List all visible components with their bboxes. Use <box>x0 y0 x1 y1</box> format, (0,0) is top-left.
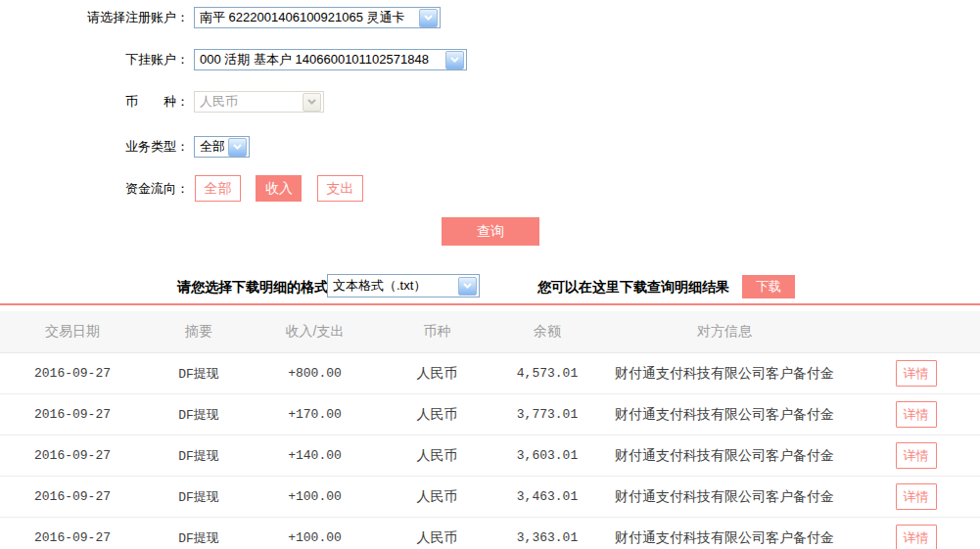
business-type-select[interactable]: 全部 <box>194 136 250 158</box>
header-date: 交易日期 <box>0 311 145 353</box>
cell-balance: 3,363.01 <box>497 518 597 549</box>
cell-counterparty: 财付通支付科技有限公司客户备付金 <box>597 435 852 477</box>
cell-summary: DF提现 <box>145 353 253 394</box>
flow-all-button[interactable]: 全部 <box>195 175 241 202</box>
chevron-down-icon <box>445 51 464 69</box>
cell-summary: DF提现 <box>145 477 253 518</box>
cell-currency: 人民币 <box>377 394 497 435</box>
sub-account-value: 000 活期 基本户 1406600101102571848 <box>200 50 442 69</box>
detail-button[interactable]: 详情 <box>896 525 937 549</box>
header-summary: 摘要 <box>145 311 253 353</box>
query-button[interactable]: 查询 <box>442 217 539 246</box>
cell-amount: +100.00 <box>253 518 377 549</box>
header-amount: 收入/支出 <box>253 311 377 353</box>
fund-flow-label: 资金流向： <box>0 178 189 200</box>
cell-date: 2016-09-27 <box>0 353 145 394</box>
cell-balance: 3,463.01 <box>497 477 597 518</box>
currency-label: 币 种： <box>0 91 189 113</box>
header-counterparty: 对方信息 <box>597 311 852 353</box>
fund-flow-filter: 全部 收入 支出 <box>195 175 374 202</box>
sub-account-label: 下挂账户： <box>0 49 189 70</box>
flow-income-button[interactable]: 收入 <box>256 175 302 202</box>
table-row: 2016-09-27 DF提现 +800.00 人民币 4,573.01 财付通… <box>0 353 980 394</box>
detail-button[interactable]: 详情 <box>896 360 937 387</box>
cell-summary: DF提现 <box>145 518 253 549</box>
chevron-down-icon <box>419 9 438 27</box>
cell-summary: DF提现 <box>145 435 253 477</box>
cell-date: 2016-09-27 <box>0 518 145 549</box>
cell-balance: 4,573.01 <box>497 353 597 394</box>
cell-summary: DF提现 <box>145 394 253 435</box>
register-account-label: 请选择注册账户： <box>0 7 189 28</box>
chevron-down-icon <box>303 93 321 112</box>
cell-amount: +170.00 <box>253 394 377 435</box>
register-account-select[interactable]: 南平 6222001406100921065 灵通卡 <box>194 7 441 28</box>
cell-amount: +100.00 <box>253 477 377 518</box>
business-type-value: 全部 <box>200 137 224 157</box>
cell-balance: 3,773.01 <box>497 394 597 435</box>
download-hint: 您可以在这里下载查询明细结果 <box>537 275 729 298</box>
download-format-select[interactable]: 文本格式（.txt） <box>327 274 480 297</box>
currency-select: 人民币 <box>194 91 324 113</box>
chevron-down-icon <box>228 138 247 157</box>
detail-button[interactable]: 详情 <box>896 401 937 428</box>
cell-currency: 人民币 <box>377 435 497 477</box>
cell-amount: +140.00 <box>253 435 377 477</box>
table-row: 2016-09-27 DF提现 +170.00 人民币 3,773.01 财付通… <box>0 394 980 435</box>
cell-date: 2016-09-27 <box>0 477 145 518</box>
table-row: 2016-09-27 DF提现 +100.00 人民币 3,363.01 财付通… <box>0 518 980 549</box>
cell-date: 2016-09-27 <box>0 435 145 477</box>
transactions-body: 2016-09-27 DF提现 +800.00 人民币 4,573.01 财付通… <box>0 353 980 549</box>
download-format-value: 文本格式（.txt） <box>333 276 454 296</box>
table-row: 2016-09-27 DF提现 +100.00 人民币 3,463.01 财付通… <box>0 477 980 518</box>
cell-counterparty: 财付通支付科技有限公司客户备付金 <box>597 477 852 518</box>
detail-button[interactable]: 详情 <box>896 442 937 469</box>
cell-counterparty: 财付通支付科技有限公司客户备付金 <box>597 518 852 549</box>
cell-balance: 3,603.01 <box>497 435 597 477</box>
cell-currency: 人民币 <box>377 477 497 518</box>
table-header: 交易日期 摘要 收入/支出 币种 余额 对方信息 <box>0 311 980 353</box>
download-button[interactable]: 下载 <box>742 275 795 298</box>
register-account-value: 南平 6222001406100921065 灵通卡 <box>200 8 415 27</box>
cell-counterparty: 财付通支付科技有限公司客户备付金 <box>597 353 852 394</box>
sub-account-select[interactable]: 000 活期 基本户 1406600101102571848 <box>194 49 467 70</box>
table-row: 2016-09-27 DF提现 +140.00 人民币 3,603.01 财付通… <box>0 435 980 477</box>
header-balance: 余额 <box>497 311 597 353</box>
table-top-divider <box>0 303 980 305</box>
detail-button[interactable]: 详情 <box>896 483 937 510</box>
business-type-label: 业务类型： <box>0 136 189 158</box>
cell-currency: 人民币 <box>377 518 497 549</box>
flow-expense-button[interactable]: 支出 <box>317 175 363 202</box>
transactions-table: 交易日期 摘要 收入/支出 币种 余额 对方信息 2016-09-27 DF提现… <box>0 311 980 549</box>
cell-currency: 人民币 <box>377 353 497 394</box>
transaction-query-page: 请选择注册账户： 南平 6222001406100921065 灵通卡 下挂账户… <box>0 0 980 549</box>
header-action <box>852 311 980 353</box>
download-format-label: 请您选择下载明细的格式 <box>177 275 328 298</box>
cell-date: 2016-09-27 <box>0 394 145 435</box>
chevron-down-icon <box>458 277 477 296</box>
currency-value: 人民币 <box>200 92 299 112</box>
header-currency: 币种 <box>377 311 497 353</box>
cell-amount: +800.00 <box>253 353 377 394</box>
cell-counterparty: 财付通支付科技有限公司客户备付金 <box>597 394 852 435</box>
